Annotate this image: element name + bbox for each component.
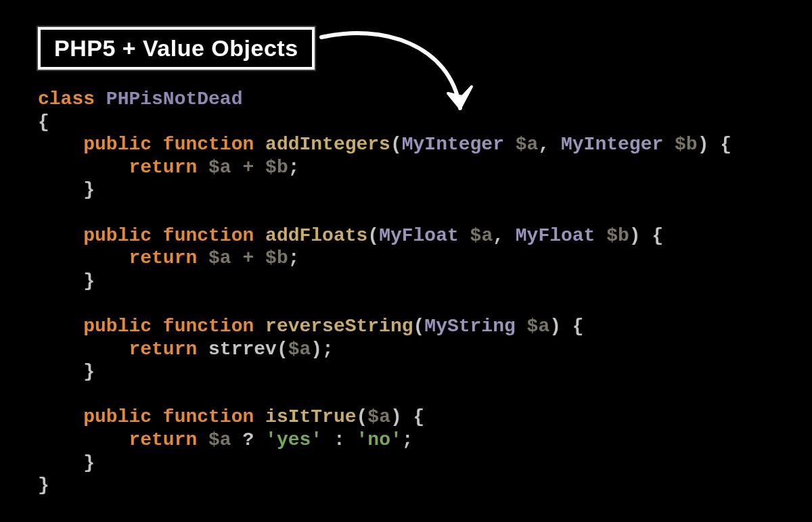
kw-public: public bbox=[83, 406, 152, 427]
slide-title: PHP5 + Value Objects bbox=[38, 27, 315, 70]
kw-class: class bbox=[38, 89, 95, 110]
param: $a bbox=[470, 225, 493, 246]
type-name: MyInteger bbox=[402, 134, 504, 155]
kw-public: public bbox=[83, 316, 152, 337]
kw-public: public bbox=[83, 134, 152, 155]
param: $a bbox=[367, 406, 390, 427]
string-literal: 'yes' bbox=[265, 429, 322, 450]
type-name: MyString bbox=[424, 316, 515, 337]
method-name: addFloats bbox=[265, 225, 367, 246]
param: $b bbox=[606, 225, 629, 246]
type-name: MyInteger bbox=[561, 134, 663, 155]
method-name: addIntegers bbox=[265, 134, 390, 155]
class-name: PHPisNotDead bbox=[106, 89, 243, 110]
func-call: strrev bbox=[208, 339, 277, 360]
kw-function: function bbox=[163, 406, 254, 427]
kw-function: function bbox=[163, 316, 254, 337]
method-name: reverseString bbox=[265, 316, 413, 337]
param: $a bbox=[516, 134, 539, 155]
code-block: class PHPisNotDead { public function add… bbox=[38, 88, 731, 497]
kw-public: public bbox=[83, 225, 152, 246]
kw-return: return bbox=[129, 157, 197, 178]
kw-return: return bbox=[129, 247, 197, 268]
string-literal: 'no' bbox=[357, 429, 402, 450]
expr: $a + $b bbox=[208, 157, 288, 178]
arg: $a bbox=[288, 339, 311, 360]
kw-function: function bbox=[163, 225, 254, 246]
param: $b bbox=[675, 134, 698, 155]
type-name: MyFloat bbox=[379, 225, 459, 246]
method-name: isItTrue bbox=[265, 406, 356, 427]
expr: $a + $b bbox=[208, 247, 288, 268]
kw-function: function bbox=[163, 134, 254, 155]
cond: $a bbox=[208, 429, 231, 450]
type-name: MyFloat bbox=[516, 225, 595, 246]
param: $a bbox=[527, 316, 550, 337]
kw-return: return bbox=[129, 429, 197, 450]
kw-return: return bbox=[129, 339, 197, 360]
